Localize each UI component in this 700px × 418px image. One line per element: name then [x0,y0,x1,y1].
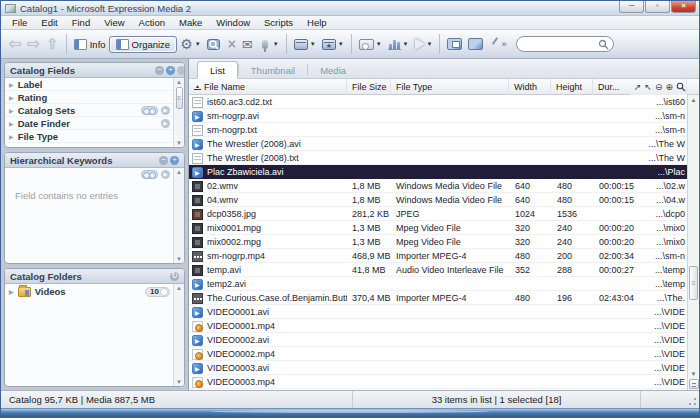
catalog-field-date-finder[interactable]: ▶Date Finder▶ [5,117,173,130]
tab-list[interactable]: List [197,61,238,79]
maximize-button[interactable]: ▫ [645,1,670,13]
scroll-down-icon[interactable]: ▼ [691,371,697,377]
catalog-field-rating[interactable]: ▶Rating [5,91,173,104]
back-button[interactable]: ⇦ [6,35,25,53]
close-button[interactable]: × [671,1,696,13]
scroll-down-icon[interactable]: ▼ [176,256,182,262]
column-header-file-name[interactable]: File Name [189,79,347,95]
tools-dropdown-icon[interactable]: ▼ [195,41,201,47]
preview-button[interactable] [204,36,225,53]
minimize-button[interactable]: ─ [619,1,644,13]
mail-button[interactable]: ✉ [239,35,256,54]
catalog-fields-scrollbar[interactable]: ▲ ≡ ▼ [173,78,184,147]
rating-dropdown-icon[interactable]: ▼ [338,41,344,47]
rotate-right-icon[interactable]: ↗ [634,82,642,92]
slideshow-dropdown-icon[interactable]: ▼ [376,41,382,47]
disclosure-triangle-icon[interactable]: ▶ [9,107,14,114]
tab-media[interactable]: Media [308,62,358,78]
play-button[interactable]: ▼ [412,36,436,52]
table-row[interactable]: mix0001.mpg1,3 MBMpeg Video File32024000… [189,221,687,235]
disclosure-triangle-icon[interactable]: ▶ [9,81,14,88]
table-row[interactable]: sm-nogrp.avi...\sm-n [189,109,687,123]
list-scrollbar[interactable]: ▲ ≡ ▼ [687,95,699,390]
annotate-button[interactable]: » [486,36,511,52]
table-row[interactable]: VIDEO0002.avi...\VIDE [189,333,687,347]
table-row[interactable]: The.Curious.Case.of.Benjamin.Button...37… [189,291,687,305]
table-row[interactable]: Plac Zbawiciela.avi...\Plac [189,165,687,179]
menu-item-help[interactable]: Help [300,17,334,28]
menu-item-find[interactable]: Find [65,17,97,28]
rotate-left-icon[interactable]: ↖ [644,82,652,92]
zoom-out-icon[interactable]: ⊖ [655,82,663,92]
table-row[interactable]: VIDEO0002.mp4...\VIDE [189,347,687,361]
match-toggle[interactable] [141,170,158,179]
archive-button[interactable]: ▼ [291,37,319,52]
table-row[interactable]: mix0002.mpg1,3 MBMpeg Video File32024000… [189,235,687,249]
menu-item-edit[interactable]: Edit [34,17,64,28]
expand-arrow-icon[interactable]: ▶ [161,170,170,179]
table-row[interactable]: 02.wmv1,8 MBWindows Media Video File6404… [189,179,687,193]
folder-item-videos[interactable]: ▶ Videos 10 [5,284,173,299]
title-bar[interactable]: Catalog1 - Microsoft Expression Media 2 … [1,1,699,16]
table-row[interactable]: ist60.ac3.cd2.txt...\ist60 [189,95,687,109]
chart-dropdown-icon[interactable]: ▼ [403,41,409,47]
table-row[interactable]: VIDEO0003.mp4...\VIDE [189,375,687,389]
disclosure-triangle-icon[interactable]: ▶ [9,288,14,295]
disclosure-triangle-icon[interactable]: ▶ [9,94,14,101]
panel-menu-button[interactable] [177,66,185,75]
expand-arrow-icon[interactable]: ▶ [161,106,170,115]
expand-button[interactable]: + [166,66,175,75]
tab-thumbnail[interactable]: Thumbnail [239,62,307,78]
table-row[interactable]: VIDEO0001.avi...\VIDE [189,305,687,319]
table-row[interactable]: The Wrestler (2008).txt...\The W [189,151,687,165]
match-toggle[interactable] [141,106,158,115]
scroll-thumb[interactable]: ≡ [176,87,183,109]
up-button[interactable]: ⇧ [43,35,62,53]
table-row[interactable]: sm-nogrp.txt...\sm-n [189,123,687,137]
magnify-icon[interactable] [676,82,686,92]
menu-item-file[interactable]: File [5,17,34,28]
chart-button[interactable]: ▼ [385,37,412,52]
table-row[interactable]: VIDEO0001.mp4...\VIDE [189,319,687,333]
scroll-up-icon[interactable]: ▲ [176,285,182,291]
keywords-scrollbar[interactable]: ▲ ▼ [173,168,184,263]
list-options-button[interactable] [689,379,699,389]
table-row[interactable]: The Wrestler (2008).avi...\The W [189,137,687,151]
voice-annotation-button[interactable]: ▼ [256,38,282,51]
collapse-button[interactable]: − [155,66,164,75]
column-header-width[interactable]: Width [509,79,551,95]
menu-item-action[interactable]: Action [132,17,172,28]
menu-item-window[interactable]: Window [209,17,257,28]
play-dropdown-icon[interactable]: ▼ [427,41,433,47]
search-input[interactable] [521,39,598,49]
image-viewer-button[interactable] [465,36,486,52]
column-header-height[interactable]: Height [551,79,593,95]
scroll-up-icon[interactable]: ▲ [176,79,182,85]
info-button[interactable]: Info [71,37,109,52]
scroll-up-icon[interactable]: ▲ [176,169,182,175]
folders-scrollbar[interactable]: ▲ ▼ [173,284,184,386]
catalog-field-catalog-sets[interactable]: ▶Catalog Sets▶ [5,104,173,117]
rating-button[interactable]: ★▼ [319,37,347,52]
table-row[interactable]: 04.wmv1,8 MBWindows Media Video File6404… [189,193,687,207]
disclosure-triangle-icon[interactable]: ▶ [9,133,14,140]
sync-button[interactable]: ↻ [170,272,179,281]
expand-button[interactable]: + [170,156,179,165]
menu-item-make[interactable]: Make [172,17,209,28]
scroll-thumb[interactable]: ≡ [689,266,698,300]
image-editor-button[interactable] [444,36,465,52]
table-row[interactable]: dcp0358.jpg281,2 KBJPEG10241536...\dcp0 [189,207,687,221]
table-row[interactable]: VIDEO0003.avi...\VIDE [189,361,687,375]
tools-button[interactable]: ⚙▼ [177,34,204,54]
menu-item-view[interactable]: View [97,17,131,28]
expand-arrow-icon[interactable]: ▶ [161,119,170,128]
scroll-down-icon[interactable]: ▼ [176,140,182,146]
folder-count-badge[interactable]: 10 [145,287,170,297]
column-header-file-size[interactable]: File Size [347,79,391,95]
menu-item-scripts[interactable]: Scripts [257,17,300,28]
delete-button[interactable]: × [225,36,239,53]
forward-button[interactable]: ⇨ [25,35,44,53]
archive-dropdown-icon[interactable]: ▼ [310,41,316,47]
scroll-up-icon[interactable]: ▲ [691,97,697,103]
table-row[interactable]: temp.avi41,8 MBAudio Video Interleave Fi… [189,263,687,277]
